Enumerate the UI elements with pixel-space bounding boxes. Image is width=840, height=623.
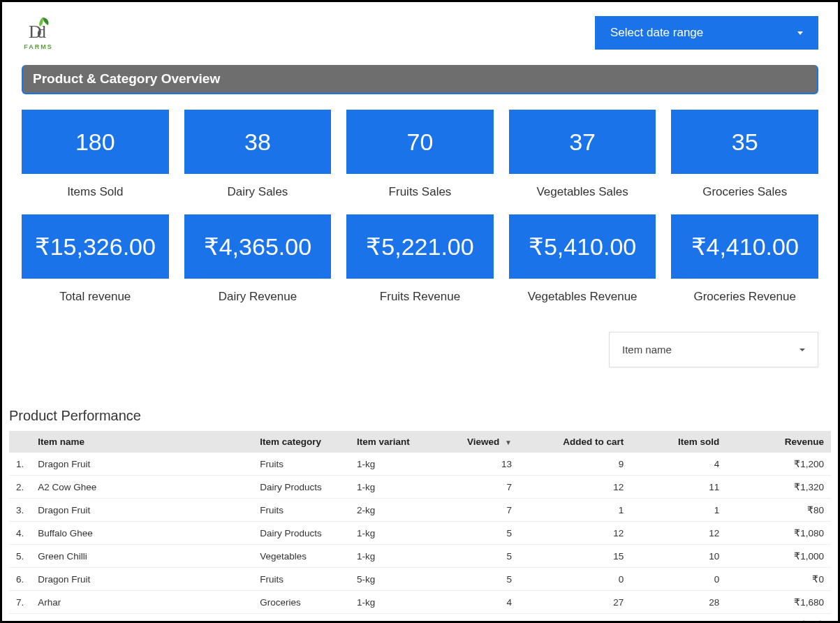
metric-value: ₹15,326.00 [22, 214, 169, 279]
table-row[interactable]: 5.Green ChilliVegetables1-kg51510₹1,000 [9, 545, 831, 568]
cell-item-name: Arhar [31, 591, 253, 614]
col-viewed[interactable]: Viewed ▼ [430, 431, 519, 453]
metric-card: 70Fruits Sales [346, 110, 494, 199]
metric-label: Vegetables Revenue [528, 290, 638, 304]
item-name-filter[interactable]: Item name [609, 332, 818, 367]
cell-added: 27 [519, 591, 631, 614]
cell-sold: 10 [631, 545, 726, 568]
cell-item-category: Dairy Products [253, 522, 350, 545]
cell-revenue: ₹1,320 [726, 476, 831, 499]
pager-next-button[interactable] [818, 620, 824, 623]
table-row[interactable]: 3.Dragon FruitFruits2-kg711₹80 [9, 499, 831, 522]
metric-label: Groceries Revenue [693, 290, 795, 304]
cell-item-name: A2 Cow Ghee [31, 476, 253, 499]
cell-revenue: ₹1,680 [726, 591, 831, 614]
metric-value: 70 [346, 110, 494, 174]
metric-label: Total revenue [59, 290, 131, 304]
pager-text: 1 - 44 / 44 [750, 620, 788, 624]
metric-value: ₹4,410.00 [671, 214, 818, 279]
cell-revenue: ₹0 [726, 568, 831, 591]
cell-added: 12 [519, 522, 631, 545]
cell-item-name: Green Chilli [31, 545, 253, 568]
metric-value: ₹4,365.00 [184, 214, 332, 279]
metric-card: ₹5,410.00Vegetables Revenue [509, 214, 656, 304]
cell-index: 5. [9, 545, 31, 568]
chevron-down-icon [797, 31, 803, 35]
table-row[interactable]: 7.ArharGroceries1-kg42728₹1,680 [9, 591, 831, 614]
cell-revenue: ₹1,080 [726, 522, 831, 545]
svg-text:d: d [37, 22, 46, 42]
metric-value: 38 [184, 110, 332, 174]
sort-indicator-icon: ▼ [505, 439, 512, 446]
metric-value: 37 [509, 110, 656, 174]
cell-added: 12 [519, 476, 631, 499]
col-item-sold[interactable]: Item sold [631, 431, 726, 453]
metric-card: ₹15,326.00Total revenue [22, 214, 169, 304]
date-range-label: Select date range [610, 26, 703, 40]
cell-item-category: Vegetables [253, 545, 350, 568]
cell-revenue: ₹1,200 [726, 453, 831, 476]
cell-added: 0 [519, 568, 631, 591]
cell-index: 7. [9, 591, 31, 614]
metric-label: Dairy Revenue [219, 290, 297, 304]
cell-item-variant: 5-kg [350, 568, 430, 591]
cell-viewed: 5 [430, 545, 519, 568]
cell-item-name: Dragon Fruit [31, 499, 253, 522]
cell-viewed: 4 [430, 591, 519, 614]
cell-sold: 28 [631, 591, 726, 614]
metric-label: Vegetables Sales [536, 185, 628, 199]
metric-card: 35Groceries Sales [671, 110, 818, 199]
col-item-variant[interactable]: Item variant [350, 431, 430, 453]
cell-index: 1. [9, 453, 31, 476]
cell-item-variant: 1-kg [350, 545, 430, 568]
col-item-category[interactable]: Item category [253, 431, 350, 453]
col-revenue[interactable]: Revenue [726, 431, 831, 453]
cell-sold: 4 [631, 453, 726, 476]
metric-card: 37Vegetables Sales [509, 110, 656, 199]
metric-label: Fruits Revenue [380, 290, 460, 304]
date-range-selector[interactable]: Select date range [595, 16, 818, 50]
cell-added: 9 [519, 453, 631, 476]
cell-item-variant: 1-kg [350, 522, 430, 545]
table-row[interactable]: 1.Dragon FruitFruits1-kg1394₹1,200 [9, 453, 831, 476]
metric-card: 180Items Sold [22, 110, 169, 199]
table-row[interactable]: 4.Buffalo GheeDairy Products1-kg51212₹1,… [9, 522, 831, 545]
metric-card: ₹4,410.00Groceries Revenue [671, 214, 818, 304]
cell-item-variant: 1-kg [350, 453, 430, 476]
metric-label: Items Sold [67, 185, 123, 199]
col-item-name[interactable]: Item name [31, 431, 253, 453]
cell-sold: 1 [631, 499, 726, 522]
cell-revenue: ₹1,000 [726, 545, 831, 568]
chevron-right-icon [818, 620, 824, 623]
metric-label: Groceries Sales [702, 185, 787, 199]
cell-item-category: Fruits [253, 453, 350, 476]
cell-viewed: 5 [430, 568, 519, 591]
cell-added: 15 [519, 545, 631, 568]
logo-text: FARMS [24, 43, 53, 50]
cell-index: 3. [9, 499, 31, 522]
metric-value: 35 [671, 110, 818, 174]
chevron-left-icon [800, 620, 806, 623]
cell-sold: 0 [631, 568, 726, 591]
cell-item-variant: 1-kg [350, 591, 430, 614]
metric-value: ₹5,410.00 [509, 214, 656, 279]
logo: D d FARMS [22, 15, 55, 50]
cell-item-category: Dairy Products [253, 476, 350, 499]
cell-sold: 12 [631, 522, 726, 545]
cell-viewed: 7 [430, 476, 519, 499]
logo-icon: D d [22, 15, 55, 43]
cell-viewed: 5 [430, 522, 519, 545]
col-added-to-cart[interactable]: Added to cart [519, 431, 631, 453]
cell-sold: 11 [631, 476, 726, 499]
product-performance-table: Item name Item category Item variant Vie… [9, 431, 831, 614]
cell-item-category: Fruits [253, 499, 350, 522]
pager-prev-button[interactable] [800, 620, 806, 623]
table-row[interactable]: 2.A2 Cow GheeDairy Products1-kg71211₹1,3… [9, 476, 831, 499]
metric-value: ₹5,221.00 [346, 214, 494, 279]
cell-index: 4. [9, 522, 31, 545]
section-header: Product & Category Overview [22, 65, 818, 94]
table-row[interactable]: 6.Dragon FruitFruits5-kg500₹0 [9, 568, 831, 591]
metric-card: ₹5,221.00Fruits Revenue [346, 214, 494, 304]
metric-card: ₹4,365.00Dairy Revenue [184, 214, 332, 304]
cell-revenue: ₹80 [726, 499, 831, 522]
